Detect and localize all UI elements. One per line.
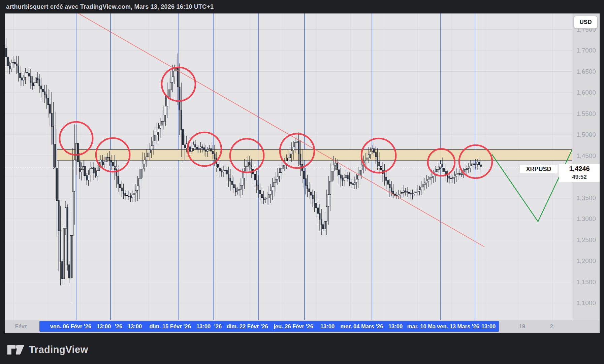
descending-trendline[interactable] bbox=[78, 13, 484, 247]
time-axis-label: ven. 13 Mars '26 bbox=[437, 321, 479, 332]
last-price-value: 1,4246 bbox=[559, 164, 600, 173]
price-axis-label: 1,2000 bbox=[576, 257, 596, 265]
tradingview-logo-icon bbox=[7, 343, 24, 356]
bar-countdown: 49:52 bbox=[559, 173, 600, 181]
price-axis-label: 1,4500 bbox=[576, 152, 596, 160]
price-projection-line[interactable] bbox=[492, 150, 572, 222]
currency-toggle-button[interactable]: USD bbox=[574, 16, 598, 29]
time-axis-label: 13:00 bbox=[388, 321, 403, 332]
price-axis-label: 1,1000 bbox=[576, 299, 596, 307]
time-axis-label-month: Févr bbox=[15, 320, 27, 332]
price-axis-label: 1,6500 bbox=[576, 68, 596, 75]
time-axis-label: jeu. 26 Févr '26 bbox=[274, 321, 313, 332]
price-axis-label: 1,7000 bbox=[576, 47, 596, 54]
price-axis-label: 1,2500 bbox=[576, 236, 596, 244]
time-axis[interactable]: ven. 06 Févr '2613:00'2613:00dim. 15 Fév… bbox=[5, 320, 600, 333]
highlight-circles bbox=[60, 67, 492, 178]
tradingview-logo-text: TradingView bbox=[29, 344, 88, 355]
blue-gridlines bbox=[76, 13, 475, 320]
chart-container[interactable]: 1,75001,70001,65001,60001,55001,50001,45… bbox=[5, 13, 600, 333]
attribution-bar: arthurbisquert créé avec TradingView.com… bbox=[0, 0, 604, 13]
time-axis-label: mar. 10 Ma bbox=[407, 321, 436, 332]
time-axis-label: 13:00 bbox=[128, 321, 142, 332]
time-axis-label: 2 bbox=[550, 320, 553, 332]
time-axis-label: mer. 04 Mars '26 bbox=[341, 321, 383, 332]
time-axis-label: ven. 06 Févr '26 bbox=[50, 321, 91, 332]
main-chart[interactable] bbox=[5, 13, 572, 320]
price-axis-label: 1,5500 bbox=[576, 110, 596, 118]
candles-layer bbox=[5, 38, 481, 302]
time-axis-label: '26 bbox=[115, 321, 122, 332]
price-axis-label: 1,3000 bbox=[576, 215, 596, 223]
time-axis-label: 13:00 bbox=[97, 321, 111, 332]
symbol-price-label: XRPUSD bbox=[520, 165, 558, 173]
price-axis-label: 1,6000 bbox=[576, 89, 596, 96]
price-axis-label: 1,5000 bbox=[576, 131, 596, 138]
price-axis-label: 1,1500 bbox=[576, 278, 596, 286]
tradingview-snapshot: arthurbisquert créé avec TradingView.com… bbox=[0, 0, 604, 364]
time-axis-label: 13:00 bbox=[196, 321, 211, 332]
time-axis-label: dim. 15 Févr '26 bbox=[149, 321, 191, 332]
time-axis-label: dim. 22 Févr '26 bbox=[226, 321, 268, 332]
time-axis-label: 13:00 bbox=[320, 321, 335, 332]
time-axis-label: 19 bbox=[519, 320, 525, 332]
price-axis-label: 1,3500 bbox=[576, 194, 596, 202]
time-axis-label: '26 bbox=[214, 321, 222, 332]
time-axis-selection-highlight[interactable]: ven. 06 Févr '2613:00'2613:00dim. 15 Fév… bbox=[39, 321, 499, 332]
tradingview-watermark: TradingView bbox=[7, 339, 88, 360]
time-axis-label: 13:00 bbox=[481, 321, 496, 332]
last-price-axis-label: 1,4246 49:52 bbox=[559, 164, 600, 182]
attribution-text: arthurbisquert créé avec TradingView.com… bbox=[6, 3, 214, 10]
